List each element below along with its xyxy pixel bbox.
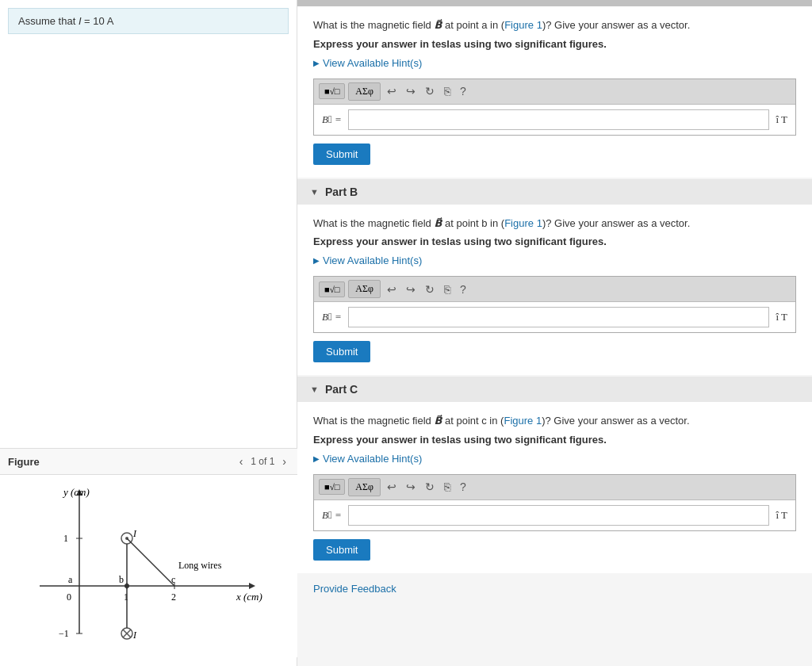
part-b-instruction: Express your answer in teslas using two … [313, 235, 796, 247]
part-c-question: What is the magnetic field B⃗ at point c… [313, 413, 796, 429]
part-a-redo-btn[interactable]: ↪ [403, 83, 419, 99]
figure-page: 1 of 1 [251, 456, 274, 467]
part-b-hint-link[interactable]: View Available Hint(s) [313, 255, 422, 266]
svg-text:0: 0 [67, 591, 71, 603]
part-a-question: What is the magnetic field B⃗ at point a… [313, 17, 796, 33]
svg-line-22 [127, 538, 174, 586]
part-a-undo-btn[interactable]: ↩ [384, 83, 400, 99]
top-bar [297, 0, 812, 6]
figure-prev-button[interactable]: ‹ [236, 454, 247, 469]
part-c-undo-btn[interactable]: ↩ [384, 479, 400, 495]
part-c-instruction: Express your answer in teslas using two … [313, 434, 796, 446]
svg-text:1: 1 [63, 533, 68, 544]
figure-header: Figure ‹ 1 of 1 › [0, 448, 297, 475]
figure-next-button[interactable]: › [279, 454, 289, 469]
part-c-input-container: ■√□ ΑΣφ ↩ ↪ ↻ ⎘ ? B⃗ = î T [313, 474, 796, 531]
assume-box: Assume that I = 10 A [8, 8, 289, 34]
svg-text:−1: −1 [59, 628, 69, 639]
part-a-sigma-btn[interactable]: ΑΣφ [348, 82, 381, 101]
part-c-help-btn[interactable]: ? [457, 479, 469, 495]
part-a-math-field[interactable] [348, 109, 770, 130]
part-c-hint-link[interactable]: View Available Hint(s) [313, 453, 422, 465]
part-b-keyboard-btn[interactable]: ⎘ [441, 281, 454, 297]
part-b-input-row: B⃗ = î T [314, 302, 795, 332]
part-c-matrix-btn[interactable]: ■√□ [319, 479, 345, 495]
part-c-unit: î T [776, 509, 787, 522]
svg-marker-3 [249, 583, 255, 589]
part-a-math-label: B⃗ = [322, 113, 342, 126]
part-b-toolbar: ■√□ ΑΣφ ↩ ↪ ↻ ⎘ ? [314, 277, 795, 302]
part-a-body: What is the magnetic field B⃗ at point a… [297, 6, 812, 178]
figure-section: Figure ‹ 1 of 1 › y [0, 448, 297, 657]
svg-text:y (cm): y (cm) [62, 486, 90, 498]
part-a-submit-button[interactable]: Submit [313, 144, 370, 165]
part-c-figure-link[interactable]: Figure 1 [504, 415, 542, 427]
part-c-keyboard-btn[interactable]: ⎘ [441, 479, 454, 495]
part-b-section: ▼ Part B What is the magnetic field B⃗ a… [297, 179, 812, 376]
part-b-reset-btn[interactable]: ↻ [422, 281, 438, 297]
part-a-input-container: ■√□ ΑΣφ ↩ ↪ ↻ ⎘ ? B⃗ = î T [313, 78, 796, 136]
svg-text:I: I [132, 630, 137, 641]
part-c-label: Part C [325, 383, 358, 396]
svg-text:b: b [119, 574, 124, 585]
part-c-redo-btn[interactable]: ↪ [403, 479, 419, 495]
part-a-hint-link[interactable]: View Available Hint(s) [313, 57, 422, 69]
part-b-submit-button[interactable]: Submit [313, 341, 370, 362]
part-c-section: ▼ Part C What is the magnetic field B⃗ a… [297, 377, 812, 573]
part-b-label: Part B [325, 186, 358, 198]
part-a-matrix-btn[interactable]: ■√□ [319, 83, 345, 99]
svg-text:2: 2 [171, 591, 176, 603]
part-c-body: What is the magnetic field B⃗ at point c… [297, 402, 812, 573]
part-b-unit: î T [776, 311, 787, 323]
svg-text:I: I [132, 528, 137, 539]
part-c-input-row: B⃗ = î T [314, 500, 795, 530]
part-c-submit-button[interactable]: Submit [313, 539, 370, 561]
part-b-toggle[interactable]: ▼ [310, 187, 319, 197]
part-c-sigma-btn[interactable]: ΑΣφ [348, 478, 381, 496]
part-c-toolbar: ■√□ ΑΣφ ↩ ↪ ↻ ⎘ ? [314, 475, 795, 500]
part-b-question: What is the magnetic field B⃗ at point b… [313, 216, 796, 232]
part-c-header: ▼ Part C [297, 377, 812, 402]
part-a-figure-link[interactable]: Figure 1 [504, 19, 542, 31]
part-b-input-container: ■√□ ΑΣφ ↩ ↪ ↻ ⎘ ? B⃗ = î T [313, 276, 796, 333]
part-b-figure-link[interactable]: Figure 1 [504, 217, 542, 229]
part-b-body: What is the magnetic field B⃗ at point b… [297, 205, 812, 376]
part-b-math-label: B⃗ = [322, 311, 342, 323]
part-a-reset-btn[interactable]: ↻ [422, 83, 438, 99]
part-a-keyboard-btn[interactable]: ⎘ [441, 83, 454, 99]
part-b-help-btn[interactable]: ? [457, 281, 469, 297]
right-panel: What is the magnetic field B⃗ at point a… [297, 0, 812, 666]
part-c-math-field[interactable] [348, 505, 770, 526]
part-c-math-label: B⃗ = [322, 509, 342, 522]
part-a-toolbar: ■√□ ΑΣφ ↩ ↪ ↻ ⎘ ? [314, 79, 795, 105]
part-b-redo-btn[interactable]: ↪ [403, 281, 419, 297]
part-b-undo-btn[interactable]: ↩ [384, 281, 400, 297]
part-c-reset-btn[interactable]: ↻ [422, 479, 438, 495]
part-b-math-field[interactable] [348, 307, 770, 327]
part-a-unit: î T [776, 113, 787, 126]
figure-nav: ‹ 1 of 1 › [236, 454, 289, 469]
part-b-matrix-btn[interactable]: ■√□ [319, 281, 345, 297]
svg-text:Long wires: Long wires [178, 560, 222, 571]
assume-text: Assume that I = 10 A [18, 15, 113, 27]
figure-title: Figure [8, 456, 40, 468]
part-a-instruction: Express your answer in teslas using two … [313, 38, 796, 50]
part-c-toggle[interactable]: ▼ [310, 385, 319, 394]
part-a-section: What is the magnetic field B⃗ at point a… [297, 6, 812, 178]
figure-diagram: y (cm) x (cm) 1 −1 1 2 [16, 483, 270, 649]
svg-text:x (cm): x (cm) [236, 591, 262, 603]
part-a-help-btn[interactable]: ? [457, 83, 469, 99]
svg-text:a: a [68, 574, 73, 585]
part-a-input-row: B⃗ = î T [314, 105, 795, 135]
part-b-header: ▼ Part B [297, 179, 812, 205]
figure-canvas: y (cm) x (cm) 1 −1 1 2 [0, 475, 297, 657]
provide-feedback-link[interactable]: Provide Feedback [297, 575, 812, 610]
svg-text:1: 1 [124, 591, 128, 603]
part-b-sigma-btn[interactable]: ΑΣφ [348, 280, 381, 298]
